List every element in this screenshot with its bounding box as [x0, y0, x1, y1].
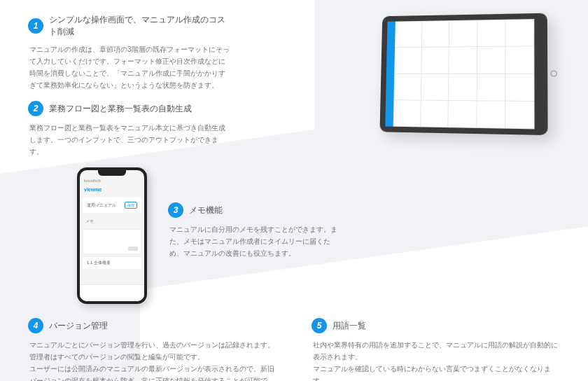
- feature-5: 5 用語一覧 社内や業界特有の用語を追加することで、マニュアルに用語の解説が自動…: [312, 318, 560, 381]
- feature-2-title-text: 業務フロー図と業務一覧表の自動生成: [49, 103, 192, 115]
- feature-1-title-text: シンプルな操作画面で、マニュアル作成のコスト削減: [49, 14, 231, 38]
- phone-notch: [98, 170, 126, 176]
- phone-list-item: 1.1 全体概要: [83, 257, 141, 269]
- badge-5: 5: [312, 318, 327, 333]
- feature-5-body: 社内や業界特有の用語を追加することで、マニュアルに用語の解説が自動的に表示されま…: [312, 339, 560, 381]
- feature-1-body: マニュアルの作成は、章節項の3階層の既存フォーマットにそって入力していくだけです…: [28, 43, 231, 91]
- feature-3-title-text: メモ機能: [189, 205, 223, 216]
- tablet-mockup: [379, 13, 547, 135]
- badge-1: 1: [28, 18, 43, 34]
- phone-memo-label: メモ: [80, 217, 144, 226]
- badge-3: 3: [168, 202, 183, 218]
- phone-manual-label: 運用マニュアル: [87, 202, 116, 209]
- feature-4-title: 4 バージョン管理: [28, 318, 276, 333]
- feature-2-title: 2 業務フロー図と業務一覧表の自動生成: [28, 101, 231, 116]
- feature-3: 3 メモ機能 マニュアルに自分用のメモを残すことができます。また、メモはマニュア…: [168, 202, 343, 259]
- feature-5-title-text: 用語一覧: [332, 320, 366, 332]
- phone-textarea: [83, 229, 141, 254]
- feature-3-title: 3 メモ機能: [168, 202, 343, 218]
- feature-4-title-text: バージョン管理: [49, 320, 108, 332]
- phone-save-button: 保存: [125, 202, 137, 209]
- feature-5-title: 5 用語一覧: [312, 318, 560, 333]
- phone-toolbar: [80, 284, 144, 301]
- feature-2-body: 業務フロー図と業務一覧表をマニュアル本文に基づき自動生成します。一つのインプット…: [28, 122, 231, 158]
- badge-4: 4: [28, 318, 43, 333]
- phone-mockup: knowhub viewme 運用マニュアル 保存 メモ 1.1 全体概要: [77, 167, 147, 304]
- tablet-home-button: [550, 70, 557, 76]
- feature-4-body: マニュアルごとにバージョン管理を行い、過去のバージョンは記録されます。管理者はす…: [28, 339, 276, 381]
- feature-3-body: マニュアルに自分用のメモを残すことができます。また、メモはマニュアル作成者にタイ…: [168, 223, 343, 259]
- badge-2: 2: [28, 101, 43, 116]
- tablet-flowchart: [393, 19, 535, 129]
- feature-4: 4 バージョン管理 マニュアルごとにバージョン管理を行い、過去のバージョンは記録…: [28, 318, 276, 381]
- feature-1-title: 1 シンプルな操作画面で、マニュアル作成のコスト削減: [28, 14, 231, 38]
- phone-app-title: viewme: [80, 186, 144, 193]
